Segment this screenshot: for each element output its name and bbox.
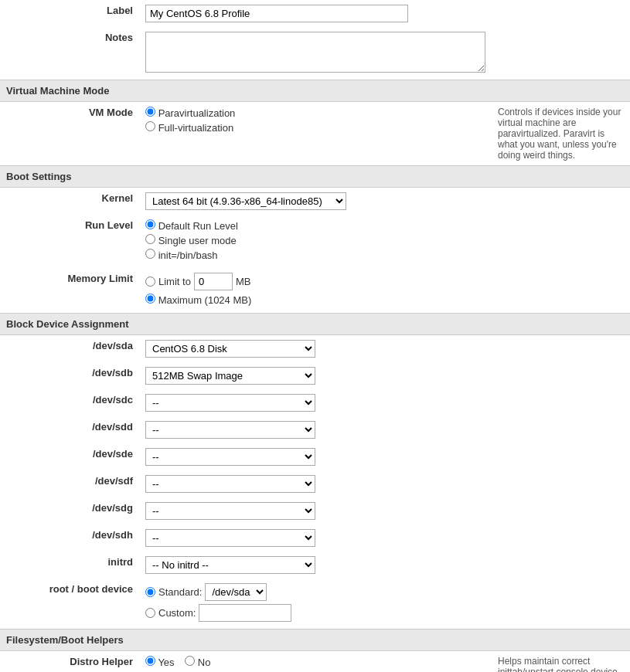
sda-cell: CentOS 6.8 Disk: [139, 335, 492, 363]
memory-limit-label: Memory Limit: [0, 268, 139, 314]
sdb-cell: 512MB Swap Image: [139, 362, 492, 389]
run-level-label: Run Level: [0, 215, 139, 268]
memory-limit-radio[interactable]: [145, 277, 155, 287]
sdf-select[interactable]: --: [145, 475, 315, 493]
fullvirt-option[interactable]: Full-virtualization: [145, 121, 485, 134]
sde-label: /dev/sde: [0, 443, 139, 470]
custom-radio[interactable]: [145, 608, 155, 618]
root-boot-cell: Standard: /dev/sda Custom:: [139, 579, 492, 630]
run-level-single-radio[interactable]: [145, 234, 155, 244]
standard-option[interactable]: Standard: /dev/sda: [145, 583, 485, 601]
custom-device-input[interactable]: [199, 604, 291, 622]
notes-label: Notes: [0, 27, 139, 80]
sdc-cell: --: [139, 389, 492, 416]
distro-no-radio[interactable]: [185, 656, 195, 666]
run-level-default[interactable]: Default Run Level: [145, 219, 485, 232]
memory-limit-cell: Limit to MB Maximum (1024 MB): [139, 268, 492, 314]
memory-maximum-radio[interactable]: [145, 294, 155, 304]
initrd-cell: -- No initrd --: [139, 552, 492, 579]
sdh-label: /dev/sdh: [0, 524, 139, 552]
standard-radio[interactable]: [145, 587, 155, 597]
sde-select[interactable]: --: [145, 448, 315, 466]
run-level-init-radio[interactable]: [145, 249, 155, 259]
notes-cell: [139, 27, 492, 80]
config-form: Label Notes Virtual Machine Mode VM Mode…: [0, 0, 630, 672]
distro-no-option[interactable]: No: [185, 657, 210, 668]
sdb-select[interactable]: 512MB Swap Image: [145, 367, 315, 385]
distro-yes-option[interactable]: Yes: [145, 657, 177, 668]
kernel-cell: Latest 64 bit (4.9.36-x86_64-linode85): [139, 188, 492, 216]
vm-mode-hint: Controls if devices inside your virtual …: [492, 102, 630, 166]
run-level-single[interactable]: Single user mode: [145, 234, 485, 246]
vm-mode-section-header: Virtual Machine Mode: [0, 80, 630, 102]
sdf-cell: --: [139, 470, 492, 497]
paravirt-radio[interactable]: [145, 107, 155, 117]
sdh-select[interactable]: --: [145, 529, 315, 547]
standard-device-select[interactable]: /dev/sda: [205, 583, 267, 601]
sdb-label: /dev/sdb: [0, 362, 139, 389]
block-device-section-header: Block Device Assignment: [0, 314, 630, 335]
sdg-select[interactable]: --: [145, 502, 315, 520]
sdc-select[interactable]: --: [145, 394, 315, 412]
label-field-cell: [139, 0, 492, 27]
vm-mode-label: VM Mode: [0, 102, 139, 166]
sdg-label: /dev/sdg: [0, 497, 139, 524]
label-input[interactable]: [145, 5, 408, 22]
distro-helper-cell: Yes No: [139, 651, 492, 673]
sdf-label: /dev/sdf: [0, 470, 139, 497]
distro-helper-label: Distro Helper: [0, 651, 139, 673]
run-level-init[interactable]: init=/bin/bash: [145, 249, 485, 261]
distro-helper-hint: Helps maintain correct inittab/upstart c…: [492, 651, 630, 673]
kernel-select[interactable]: Latest 64 bit (4.9.36-x86_64-linode85): [145, 192, 346, 210]
sda-label: /dev/sda: [0, 335, 139, 363]
sdg-cell: --: [139, 497, 492, 524]
boot-settings-section-header: Boot Settings: [0, 166, 630, 188]
memory-limit-option[interactable]: Limit to MB: [145, 273, 485, 290]
fs-helpers-section-header: Filesystem/Boot Helpers: [0, 630, 630, 651]
kernel-label: Kernel: [0, 188, 139, 216]
sdh-cell: --: [139, 524, 492, 552]
sda-select[interactable]: CentOS 6.8 Disk: [145, 340, 315, 358]
notes-textarea[interactable]: [145, 32, 485, 73]
run-level-options: Default Run Level Single user mode init=…: [139, 215, 492, 268]
sdd-select[interactable]: --: [145, 421, 315, 439]
fullvirt-radio[interactable]: [145, 121, 155, 131]
distro-yes-radio[interactable]: [145, 656, 155, 666]
label-field-label: Label: [0, 0, 139, 27]
sdd-cell: --: [139, 416, 492, 443]
initrd-label: initrd: [0, 552, 139, 579]
sde-cell: --: [139, 443, 492, 470]
paravirt-option[interactable]: Paravirtualization: [145, 107, 485, 119]
custom-option[interactable]: Custom:: [145, 604, 485, 622]
memory-maximum-option[interactable]: Maximum (1024 MB): [145, 294, 485, 306]
run-level-default-radio[interactable]: [145, 219, 155, 229]
memory-limit-input[interactable]: [194, 273, 233, 290]
root-boot-label: root / boot device: [0, 579, 139, 630]
sdd-label: /dev/sdd: [0, 416, 139, 443]
sdc-label: /dev/sdc: [0, 389, 139, 416]
vm-mode-options: Paravirtualization Full-virtualization: [139, 102, 492, 166]
initrd-select[interactable]: -- No initrd --: [145, 556, 315, 574]
